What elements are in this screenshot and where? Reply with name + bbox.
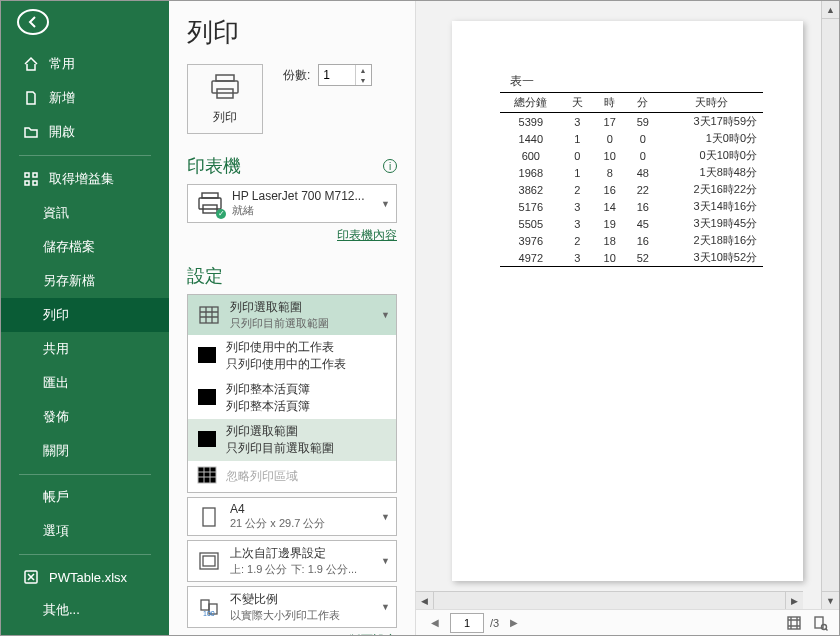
sidebar-item-sb2-7[interactable]: 發佈 — [1, 400, 169, 434]
svg-rect-3 — [33, 181, 37, 185]
sidebar-item-sb2-1[interactable]: 資訊 — [1, 196, 169, 230]
svg-rect-22 — [788, 617, 800, 629]
folder-icon — [23, 124, 39, 140]
svg-rect-2 — [25, 181, 29, 185]
sidebar-more[interactable]: 其他... — [1, 593, 169, 627]
scroll-right-button[interactable]: ▶ — [785, 592, 803, 610]
sidebar-item-sb2-8[interactable]: 關閉 — [1, 434, 169, 468]
table-row: 3976218162天18時16分 — [500, 232, 763, 249]
settings-section-title: 設定 — [187, 264, 223, 288]
scope-option-1[interactable]: 列印整本活頁簿列印整本活頁簿 — [188, 377, 396, 419]
table-row: 196818481天8時48分 — [500, 164, 763, 181]
printer-section-title: 印表機 — [187, 154, 241, 178]
table-row: 4972310523天10時52分 — [500, 249, 763, 267]
copies-spinner[interactable]: ▲ ▼ — [318, 64, 372, 86]
scroll-up-button[interactable]: ▲ — [822, 1, 839, 19]
table-header: 總分鐘 — [500, 93, 562, 113]
printer-properties-link[interactable]: 印表機內容 — [187, 227, 397, 244]
print-button[interactable]: 列印 — [187, 64, 263, 134]
next-page-button[interactable]: ▶ — [505, 614, 523, 632]
sidebar-item-sb3-0[interactable]: 帳戶 — [1, 480, 169, 514]
table-title: 表一 — [510, 73, 763, 90]
svg-rect-19 — [201, 600, 209, 610]
svg-rect-8 — [202, 193, 218, 198]
svg-rect-11 — [200, 307, 218, 323]
svg-rect-13 — [198, 389, 216, 405]
home-icon — [23, 56, 39, 72]
sidebar-item-sb1-0[interactable]: 常用 — [1, 47, 169, 81]
copies-down[interactable]: ▼ — [355, 75, 369, 85]
sidebar-item-sb1-2[interactable]: 開啟 — [1, 115, 169, 149]
sidebar-item-label: 儲存檔案 — [43, 238, 95, 256]
print-preview-area: 表一 總分鐘天時分天時分 5399317593天17時59分14401001天0… — [416, 1, 839, 609]
printer-selector[interactable]: ✓ HP LaserJet 700 M712... 就緒 ▼ — [187, 184, 397, 223]
sidebar-item-sb2-3[interactable]: 另存新檔 — [1, 264, 169, 298]
backstage-sidebar: 常用新增開啟 取得增益集資訊儲存檔案另存新檔列印共用匯出發佈關閉 帳戶選項 PW… — [1, 1, 169, 635]
printer-icon — [208, 72, 242, 105]
page-title: 列印 — [187, 15, 397, 50]
sidebar-item-sb1-1[interactable]: 新增 — [1, 81, 169, 115]
show-margins-button[interactable] — [785, 614, 803, 632]
svg-rect-15 — [198, 467, 216, 483]
sidebar-more-label: 其他... — [43, 601, 80, 619]
svg-rect-5 — [216, 75, 234, 81]
back-button[interactable] — [17, 9, 49, 35]
page-number-input[interactable] — [450, 613, 484, 633]
sidebar-item-label: 資訊 — [43, 204, 69, 222]
table-row: 60001000天10時0分 — [500, 147, 763, 164]
chevron-down-icon: ▼ — [381, 556, 390, 566]
sidebar-item-label: 選項 — [43, 522, 69, 540]
vertical-scrollbar[interactable]: ▲ ▼ — [821, 1, 839, 609]
paper-size-dropdown[interactable]: A421 公分 x 29.7 公分 ▼ — [187, 497, 397, 536]
table-row: 14401001天0時0分 — [500, 130, 763, 147]
sidebar-item-sb2-4[interactable]: 列印 — [1, 298, 169, 332]
printer-device-icon: ✓ — [196, 191, 224, 217]
scroll-left-button[interactable]: ◀ — [416, 592, 434, 610]
main-area: 列印 列印 份數: ▲ ▼ — [169, 1, 839, 635]
svg-rect-18 — [203, 556, 215, 566]
sheet-icon — [196, 465, 218, 488]
scaling-dropdown[interactable]: 100 不變比例以實際大小列印工作表 ▼ — [187, 586, 397, 628]
sidebar-item-label: 取得增益集 — [49, 170, 114, 188]
margins-dropdown[interactable]: 上次自訂邊界設定上: 1.9 公分 下: 1.9 公分... ▼ — [187, 540, 397, 582]
doc-icon — [23, 90, 39, 106]
horizontal-scrollbar[interactable]: ◀ ▶ — [416, 591, 803, 609]
sidebar-item-sb2-5[interactable]: 共用 — [1, 332, 169, 366]
print-scope-selected[interactable]: 列印選取範圍只列印目前選取範圍 ▼ — [188, 295, 396, 335]
svg-rect-0 — [25, 173, 29, 177]
sidebar-item-label: 新增 — [49, 89, 75, 107]
copies-up[interactable]: ▲ — [355, 65, 369, 75]
zoom-to-page-button[interactable] — [811, 614, 829, 632]
chevron-down-icon: ▼ — [381, 512, 390, 522]
table-row: 5176314163天14時16分 — [500, 198, 763, 215]
sheet-icon — [196, 387, 218, 410]
page-icon — [196, 505, 222, 529]
table-header: 時 — [593, 93, 626, 113]
svg-text:100: 100 — [203, 610, 215, 617]
printer-name: HP LaserJet 700 M712... — [232, 189, 365, 203]
scope-option-0[interactable]: 列印使用中的工作表只列印使用中的工作表 — [188, 335, 396, 377]
sidebar-item-sb2-2[interactable]: 儲存檔案 — [1, 230, 169, 264]
sidebar-document-label: PWTable.xlsx — [49, 570, 127, 585]
printer-ready-icon: ✓ — [216, 209, 226, 219]
sidebar-item-label: 常用 — [49, 55, 75, 73]
sidebar-document[interactable]: PWTable.xlsx — [1, 561, 169, 593]
table-row: 5505319453天19時45分 — [500, 215, 763, 232]
preview-page: 表一 總分鐘天時分天時分 5399317593天17時59分14401001天0… — [452, 21, 803, 581]
info-icon[interactable]: i — [383, 159, 397, 173]
copies-input[interactable] — [319, 68, 355, 82]
prev-page-button[interactable]: ◀ — [426, 614, 444, 632]
svg-rect-12 — [198, 347, 216, 363]
print-button-label: 列印 — [213, 109, 237, 126]
scope-option-2[interactable]: 列印選取範圍只列印目前選取範圍 — [188, 419, 396, 461]
sidebar-item-sb2-0[interactable]: 取得增益集 — [1, 162, 169, 196]
margins-icon — [196, 549, 222, 573]
print-scope-dropdown: 列印選取範圍只列印目前選取範圍 ▼ 列印使用中的工作表只列印使用中的工作表列印整… — [187, 294, 397, 493]
scroll-down-button[interactable]: ▼ — [822, 591, 839, 609]
scope-option-3: 忽略列印區域 — [188, 461, 396, 492]
sidebar-item-sb2-6[interactable]: 匯出 — [1, 366, 169, 400]
print-settings-column: 列印 列印 份數: ▲ ▼ — [169, 1, 415, 635]
page-setup-link[interactable]: 版面設定 — [187, 632, 397, 636]
sidebar-item-sb3-1[interactable]: 選項 — [1, 514, 169, 548]
scaling-icon: 100 — [196, 595, 222, 619]
